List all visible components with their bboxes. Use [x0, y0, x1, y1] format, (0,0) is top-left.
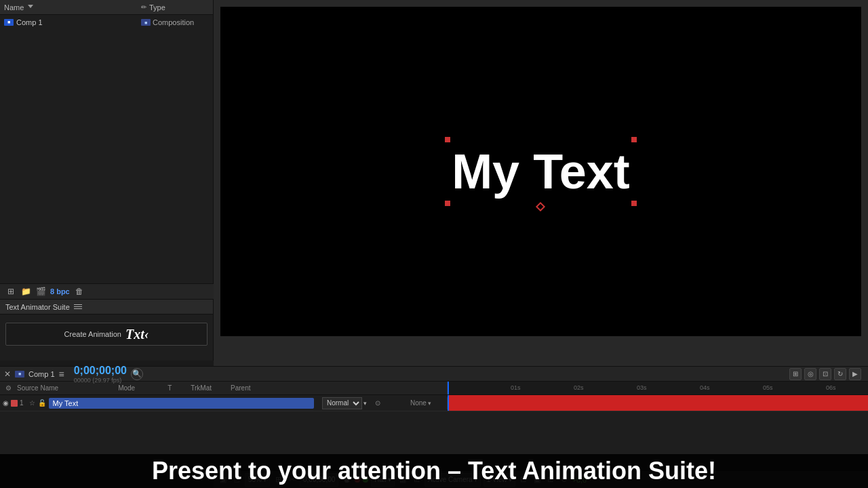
ruler-03s: 03s — [637, 384, 647, 391]
loop-btn[interactable]: ↻ — [834, 368, 846, 380]
ruler-04s: 04s — [700, 384, 710, 391]
layer-eye-icon[interactable]: ◉ — [3, 399, 9, 407]
search-icon[interactable]: 🔍 — [131, 368, 143, 380]
render-btn[interactable]: ▶ — [849, 368, 861, 380]
col-trkmat: TrkMat — [188, 384, 214, 392]
comp-icon: ■ — [4, 19, 14, 26]
layer-mode-select[interactable]: Normal — [322, 397, 362, 409]
layer-number: 1 — [20, 399, 24, 407]
col-name-header: Name — [4, 3, 141, 12]
comp-item-label: Comp 1 — [16, 18, 43, 26]
project-item-comp1[interactable]: ■ Comp 1 ■ Composition — [0, 15, 213, 30]
col-type-header: ✏ Type — [141, 3, 209, 12]
timeline-panel: ✕ ■ Comp 1 ≡ 0;00;00;00 00000 (29.97 fps… — [0, 366, 868, 454]
text-animator-title: Text Animator Suite — [5, 303, 70, 311]
render-icon[interactable]: 🎬 — [35, 286, 46, 297]
layer-color-swatch[interactable] — [11, 400, 18, 407]
project-panel-header: Name ✏ Type — [0, 0, 213, 15]
handle-top-right — [631, 137, 637, 142]
playhead-bar — [448, 395, 449, 411]
project-panel: Name ✏ Type ■ Comp 1 ■ Composition — [0, 0, 214, 298]
timeline-menu-icon[interactable]: ≡ — [59, 369, 64, 380]
mode-arrow: ▾ — [363, 400, 367, 407]
timeline-header: ✕ ■ Comp 1 ≡ 0;00;00;00 00000 (29.97 fps… — [0, 367, 868, 382]
viewport-content: My Text — [452, 144, 630, 199]
panel-menu-icon[interactable] — [74, 304, 82, 309]
layer-mode-control: Normal ▾ — [322, 397, 367, 409]
caption-text: Present to your attention – Text Animati… — [152, 457, 716, 485]
project-item-type: ■ Composition — [141, 18, 209, 26]
col-t: T — [165, 384, 174, 392]
viewport-text: My Text — [452, 144, 630, 199]
comp-type-label: Composition — [153, 18, 194, 26]
handle-bottom-left — [445, 201, 450, 206]
motion-blur-btn[interactable]: ◎ — [804, 368, 816, 380]
text-animator-panel: Text Animator Suite Create Animation Txt… — [0, 300, 214, 361]
comp-tab-icon: ■ — [15, 371, 24, 378]
comp-tab-name: Comp 1 — [28, 370, 55, 378]
layer-solo-icon[interactable]: ☆ — [29, 399, 35, 407]
timeline-left-cols: ⚙ Source Name Mode T TrkMat Parent — [0, 382, 448, 394]
layer-control-icons: ◉ 1 — [3, 399, 24, 407]
txt-logo: Txt‹ — [125, 327, 149, 342]
sort-arrow-icon — [28, 5, 33, 10]
col-type-label: Type — [149, 3, 165, 12]
handle-top-left — [445, 137, 450, 142]
trash-icon[interactable]: 🗑 — [74, 286, 85, 297]
viewport: My Text — [220, 7, 861, 336]
handle-center — [536, 202, 545, 211]
timeline-timecode[interactable]: 0;00;00;00 — [74, 365, 127, 377]
col-visibility: ⚙ — [3, 384, 14, 392]
col-parent: Parent — [228, 384, 253, 392]
handle-bottom-right — [631, 201, 637, 206]
create-animation-button[interactable]: Create Animation Txt‹ — [5, 323, 208, 346]
folder-icon[interactable]: 📁 — [20, 286, 31, 297]
layer-name[interactable]: My Text — [49, 398, 314, 409]
layer-lock-icon[interactable]: 🔓 — [38, 399, 46, 407]
col-mode: Mode — [115, 384, 138, 392]
timecode-area: 0;00;00;00 00000 (29.97 fps) — [74, 365, 127, 384]
parent-none-label: None — [410, 399, 427, 407]
project-item-name: ■ Comp 1 — [4, 18, 141, 26]
bpc-label[interactable]: 8 bpc — [50, 287, 70, 296]
project-toolbar: ⊞ 📁 🎬 8 bpc 🗑 — [0, 283, 214, 300]
preview-panel: My Text — [214, 0, 868, 366]
layer-left-controls: ◉ 1 ☆ 🔓 My Text Normal ▾ ⊙ None — [0, 397, 448, 409]
parent-arrow: ▾ — [428, 400, 431, 407]
bottom-caption: Present to your attention – Text Animati… — [0, 454, 868, 488]
col-source: Source Name — [14, 384, 61, 392]
close-tab-button[interactable]: ✕ — [4, 369, 11, 379]
ruler-06s: 06s — [826, 384, 836, 391]
new-comp-icon[interactable]: ⊞ — [5, 286, 16, 297]
snap-btn[interactable]: ⊞ — [789, 368, 802, 380]
timeline-transport: ⊞ ◎ ⊡ ↻ ▶ — [789, 368, 861, 380]
timeline-ruler: 01s 02s 03s 04s 05s 06s — [448, 382, 868, 394]
layer-timeline-bar[interactable] — [448, 395, 868, 411]
timeline-cols-row: ⚙ Source Name Mode T TrkMat Parent 01s 0… — [0, 382, 868, 395]
ruler-05s: 05s — [763, 384, 773, 391]
trkmat-icon: ⊙ — [375, 399, 380, 407]
layer-parent-control: None ▾ — [410, 399, 444, 407]
pencil-icon: ✏ — [141, 3, 146, 11]
ruler-02s: 02s — [574, 384, 584, 391]
layer-row-1: ◉ 1 ☆ 🔓 My Text Normal ▾ ⊙ None — [0, 395, 868, 411]
draft-btn[interactable]: ⊡ — [819, 368, 831, 380]
layer-trkmat-label: ⊙ — [375, 399, 402, 407]
text-animator-header: Text Animator Suite — [0, 300, 213, 314]
comp-type-icon: ■ — [141, 19, 151, 26]
ruler-01s: 01s — [511, 384, 521, 391]
create-animation-label: Create Animation — [64, 330, 121, 338]
col-name-label: Name — [4, 3, 24, 12]
playhead-indicator — [448, 382, 449, 394]
